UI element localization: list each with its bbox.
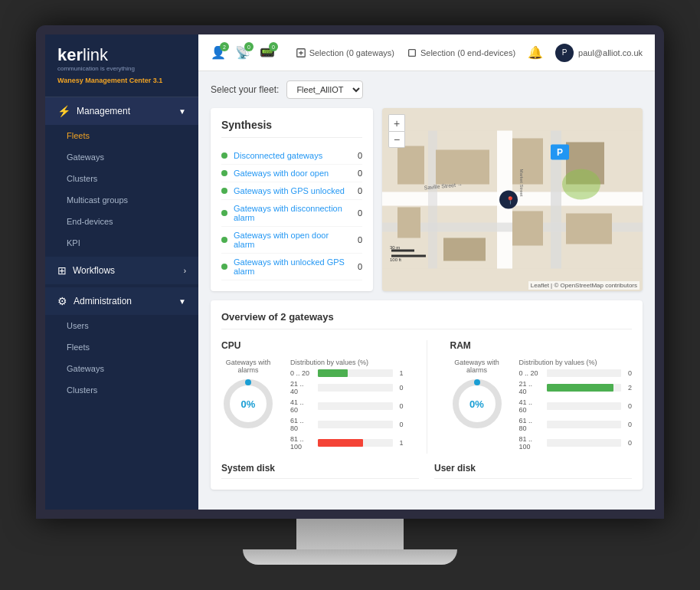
ram-bar-bg-0 — [547, 369, 622, 377]
svg-rect-8 — [397, 146, 424, 185]
main-content: 👤 2 📡 0 📟 0 — [198, 34, 655, 510]
header-icons: 👤 2 📡 0 📟 0 — [211, 45, 275, 60]
status-dot-5 — [221, 264, 227, 270]
synthesis-value-3: 0 — [347, 208, 362, 218]
ram-range-3: 61 .. 80 — [519, 417, 542, 432]
synthesis-label-0[interactable]: Disconnected gateways — [234, 151, 347, 160]
cpu-content: Gateways with alarms 0% — [221, 359, 404, 454]
sidebar-item-clusters[interactable]: Clusters — [45, 168, 198, 189]
ram-dist-row-4: 81 .. 100 0 — [519, 435, 633, 451]
map-svg: P 📍 Saville Street → Market Street — [382, 108, 643, 291]
nav-management-label: Management — [77, 106, 130, 116]
nav-workflows-label: Workflows — [73, 265, 115, 276]
sidebar-admin-gateways[interactable]: Gateways — [45, 358, 198, 379]
synthesis-row-1: Gateways with door open 0 — [221, 165, 362, 182]
cpu-dist-row-0: 0 .. 20 1 — [290, 369, 404, 377]
workflows-icon: ⊞ — [57, 264, 67, 277]
logo: kerlink — [57, 47, 186, 64]
synthesis-label-1[interactable]: Gateways with door open — [234, 169, 347, 178]
sidebar-admin-users[interactable]: Users — [45, 315, 198, 336]
sidebar-admin-clusters[interactable]: Clusters — [45, 379, 198, 401]
bell-icon[interactable]: 🔔 — [528, 45, 543, 60]
devices-badge: 0 — [269, 42, 278, 51]
svg-rect-13 — [512, 211, 543, 246]
ram-dist-row-1: 21 .. 40 2 — [519, 380, 633, 395]
svg-rect-10 — [512, 139, 543, 185]
ram-bar-1 — [547, 384, 614, 392]
cpu-bar-4 — [318, 439, 363, 447]
system-disk: System disk — [221, 463, 419, 479]
map-panel: + − — [382, 108, 643, 291]
synthesis-value-1: 0 — [347, 169, 362, 178]
cpu-donut: 0% — [221, 377, 275, 431]
cpu-donut-wrapper: Gateways with alarms 0% — [221, 359, 275, 431]
selection-enddevices-btn[interactable]: Selection (0 end-devices) — [407, 48, 515, 58]
content-area: Select your fleet: Fleet_AllIOT Synthesi… — [198, 71, 655, 510]
ram-range-2: 41 .. 60 — [519, 398, 542, 414]
wmc-label: Wanesy Management Center 3.1 — [57, 77, 186, 84]
ram-dist-row-0: 0 .. 20 0 — [519, 369, 633, 377]
logo-sub: communication is everything — [57, 65, 186, 72]
top-grid: Synthesis Disconnected gateways 0 Gatewa… — [211, 108, 643, 291]
cpu-bar-bg-1 — [318, 384, 393, 392]
zoom-in-btn[interactable]: + — [388, 114, 405, 131]
sidebar-item-end-devices[interactable]: End-devices — [45, 211, 198, 232]
svg-rect-15 — [443, 238, 486, 261]
gateways-icon-btn[interactable]: 📡 0 — [235, 45, 250, 60]
user-disk: User disk — [434, 463, 632, 479]
workflows-chevron: › — [184, 267, 186, 275]
nav-workflows[interactable]: ⊞ Workflows › — [45, 257, 198, 284]
synthesis-label-4[interactable]: Gateways with open door alarm — [234, 231, 347, 249]
sidebar-item-fleets[interactable]: Fleets — [45, 125, 198, 146]
status-dot-0 — [221, 152, 227, 159]
cpu-percent: 0% — [241, 398, 256, 410]
status-dot-3 — [221, 210, 227, 216]
svg-text:100 ft: 100 ft — [390, 257, 401, 262]
system-disk-title: System disk — [221, 463, 419, 479]
users-icon-btn[interactable]: 👤 2 — [211, 45, 226, 60]
sidebar-item-gateways[interactable]: Gateways — [45, 146, 198, 168]
nav-administration[interactable]: ⚙ Administration ▼ — [45, 287, 198, 315]
user-info: P paul@alliot.co.uk — [555, 44, 643, 62]
cpu-bar-bg-4 — [318, 439, 393, 447]
synthesis-label-5[interactable]: Gateways with unlocked GPS alarm — [234, 257, 347, 276]
synthesis-label-3[interactable]: Gateways with disconnection alarm — [234, 204, 347, 222]
svg-text:P: P — [557, 147, 563, 158]
sidebar-item-multicast[interactable]: Multicast groups — [45, 189, 198, 211]
overview-title: Overview of 2 gateways — [221, 311, 632, 329]
map-controls: + − — [388, 114, 405, 148]
cpu-dist-row-4: 81 .. 100 1 — [290, 435, 404, 451]
sidebar: kerlink communication is everything Wane… — [45, 34, 198, 510]
synthesis-value-2: 0 — [347, 186, 362, 195]
ram-percent: 0% — [469, 398, 484, 410]
cpu-distribution: Distribution by values (%) 0 .. 20 1 — [290, 359, 404, 454]
ram-val-4: 0 — [626, 439, 632, 447]
status-dot-4 — [221, 237, 227, 243]
administration-chevron: ▼ — [178, 297, 186, 306]
status-dot-2 — [221, 188, 227, 194]
cpu-val-4: 1 — [397, 439, 404, 447]
cpu-dist-label: Distribution by values (%) — [290, 359, 404, 366]
monitor-stand — [36, 519, 664, 565]
svg-rect-1 — [409, 49, 416, 56]
cpu-range-3: 61 .. 80 — [290, 417, 313, 432]
cpu-section: CPU Gateways with alarms — [221, 340, 404, 454]
fleet-select[interactable]: Fleet_AllIOT — [286, 80, 363, 99]
zoom-out-btn[interactable]: − — [388, 131, 405, 148]
cpu-dist-row-1: 21 .. 40 0 — [290, 380, 404, 395]
svg-point-16 — [562, 169, 600, 200]
users-badge: 2 — [220, 42, 229, 51]
sidebar-admin-fleets[interactable]: Fleets — [45, 336, 198, 358]
nav-management[interactable]: ⚡ Management ▼ — [45, 97, 198, 125]
status-dot-1 — [221, 170, 227, 176]
synthesis-label-2[interactable]: Gateways with GPS unlocked — [234, 186, 347, 195]
monitor-base — [243, 549, 457, 565]
selection-gateways-btn[interactable]: Selection (0 gateways) — [296, 48, 394, 58]
devices-icon-btn[interactable]: 📟 0 — [260, 45, 275, 60]
cpu-range-0: 0 .. 20 — [290, 369, 313, 377]
sidebar-item-kpi[interactable]: KPI — [45, 232, 198, 254]
user-avatar: P — [555, 44, 574, 62]
header: 👤 2 📡 0 📟 0 — [198, 34, 655, 71]
ram-range-0: 0 .. 20 — [519, 369, 542, 377]
svg-text:Market Street: Market Street — [519, 169, 524, 197]
